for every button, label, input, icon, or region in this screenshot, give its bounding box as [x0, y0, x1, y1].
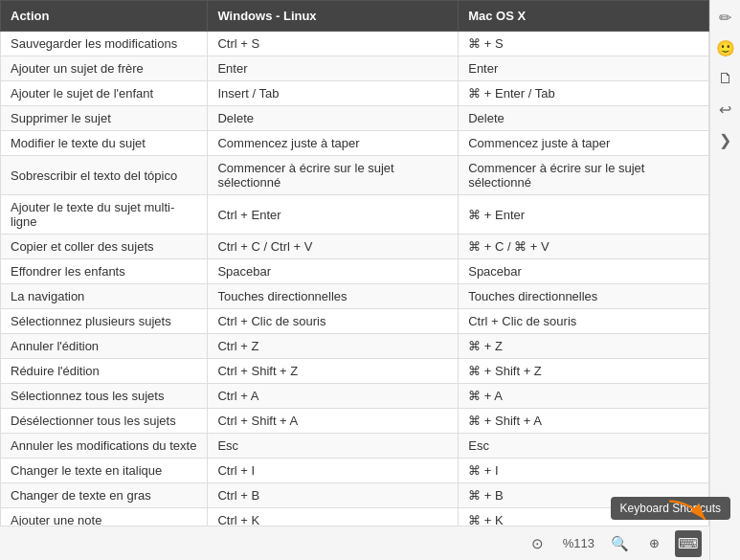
windows-cell: Ctrl + Shift + Z — [208, 359, 459, 384]
mac-cell: Spacebar — [459, 259, 709, 284]
windows-cell: Ctrl + B — [208, 483, 459, 508]
zoom-level: %113 — [559, 536, 598, 550]
action-cell: Sélectionnez tous les sujets — [1, 384, 208, 409]
mac-cell: ⌘ + C / ⌘ + V — [459, 235, 709, 259]
action-cell: Sobrescribir el texto del tópico — [1, 156, 208, 195]
table-row: Ajouter le sujet de l'enfantInsert / Tab… — [1, 81, 709, 106]
table-row: Supprimer le sujetDeleteDelete — [1, 106, 709, 131]
mac-cell: Delete — [459, 106, 709, 131]
mac-cell: Commencez juste à taper — [459, 131, 709, 156]
mac-cell: Enter — [459, 56, 709, 81]
action-cell: Annuler l'édition — [1, 334, 208, 359]
action-cell: Changer de texte en gras — [1, 483, 208, 508]
mac-cell: ⌘ + B — [459, 483, 709, 508]
mac-cell: Touches directionnelles — [459, 284, 709, 309]
bottom-toolbar: ⊙ %113 🔍 ⊕ ⌨ — [0, 526, 709, 560]
windows-cell: Ctrl + A — [208, 384, 459, 409]
mac-cell: ⌘ + Shift + A — [459, 409, 709, 434]
zoom-out-icon[interactable]: 🔍 — [606, 530, 633, 557]
action-cell: Sauvegarder les modifications — [1, 32, 208, 56]
action-cell: Changer le texte en italique — [1, 459, 208, 483]
mac-cell: ⌘ + Z — [459, 334, 709, 359]
table-row: Sélectionnez plusieurs sujetsCtrl + Clic… — [1, 309, 709, 334]
windows-cell: Ctrl + C / Ctrl + V — [208, 235, 459, 259]
mac-cell: ⌘ + Enter — [459, 195, 709, 235]
windows-cell: Esc — [208, 434, 459, 459]
windows-cell: Ctrl + Clic de souris — [208, 309, 459, 334]
shortcuts-table: Action Windows - Linux Mac OS X Sauvegar… — [0, 0, 709, 558]
keyboard-shortcut-button[interactable]: ⌨ — [675, 530, 702, 557]
table-row: Effondrer les enfantsSpacebarSpacebar — [1, 259, 709, 284]
col-windows: Windows - Linux — [208, 1, 459, 32]
table-row: Ajouter le texte du sujet multi-ligneCtr… — [1, 195, 709, 235]
windows-cell: Spacebar — [208, 259, 459, 284]
right-sidebar: ✏ 🙂 🗋 ↩ ❯ — [709, 0, 740, 560]
col-action: Action — [1, 1, 208, 32]
action-cell: Ajouter le sujet de l'enfant — [1, 81, 208, 106]
windows-cell: Ctrl + Enter — [208, 195, 459, 235]
table-row: Sauvegarder les modificationsCtrl + S⌘ +… — [1, 32, 709, 56]
action-cell: Réduire l'édition — [1, 359, 208, 384]
mac-cell: ⌘ + S — [459, 32, 709, 56]
action-cell: Effondrer les enfants — [1, 259, 208, 284]
action-cell: Supprimer le sujet — [1, 106, 208, 131]
table-row: La navigationTouches directionnellesTouc… — [1, 284, 709, 309]
mac-cell: ⌘ + I — [459, 459, 709, 483]
windows-cell: Ctrl + Z — [208, 334, 459, 359]
windows-cell: Ctrl + Shift + A — [208, 409, 459, 434]
mac-cell: Ctrl + Clic de souris — [459, 309, 709, 334]
table-area[interactable]: Action Windows - Linux Mac OS X Sauvegar… — [0, 0, 709, 560]
emoji-icon[interactable]: 🙂 — [712, 34, 739, 61]
chevron-right-icon[interactable]: ❯ — [712, 126, 739, 153]
document-icon[interactable]: 🗋 — [712, 65, 739, 92]
windows-cell: Commencer à écrire sur le sujet sélectio… — [208, 156, 459, 195]
action-cell: Ajouter un sujet de frère — [1, 56, 208, 81]
capture-icon[interactable]: ⊙ — [525, 530, 551, 557]
zoom-in-icon[interactable]: ⊕ — [640, 530, 667, 557]
action-cell: Modifier le texte du sujet — [1, 131, 208, 156]
table-row: Sobrescribir el texto del tópicoCommence… — [1, 156, 709, 195]
table-row: Changer le texte en italiqueCtrl + I⌘ + … — [1, 459, 709, 483]
action-cell: Copier et coller des sujets — [1, 235, 208, 259]
undo-icon[interactable]: ↩ — [712, 96, 739, 123]
windows-cell: Insert / Tab — [208, 81, 459, 106]
windows-cell: Ctrl + I — [208, 459, 459, 483]
windows-cell: Commencez juste à taper — [208, 131, 459, 156]
table-row: Copier et coller des sujetsCtrl + C / Ct… — [1, 235, 709, 259]
windows-cell: Ctrl + S — [208, 32, 459, 56]
table-row: Annuler l'éditionCtrl + Z⌘ + Z — [1, 334, 709, 359]
mac-cell: ⌘ + Enter / Tab — [459, 81, 709, 106]
mac-cell: Commencer à écrire sur le sujet sélectio… — [459, 156, 709, 195]
col-mac: Mac OS X — [459, 1, 709, 32]
mac-cell: ⌘ + A — [459, 384, 709, 409]
table-row: Annuler les modifications du texteEscEsc — [1, 434, 709, 459]
mac-cell: Esc — [459, 434, 709, 459]
action-cell: Désélectionner tous les sujets — [1, 409, 208, 434]
action-cell: Sélectionnez plusieurs sujets — [1, 309, 208, 334]
action-cell: La navigation — [1, 284, 208, 309]
main-container: Action Windows - Linux Mac OS X Sauvegar… — [0, 0, 740, 560]
mac-cell: ⌘ + Shift + Z — [459, 359, 709, 384]
table-row: Désélectionner tous les sujetsCtrl + Shi… — [1, 409, 709, 434]
windows-cell: Delete — [208, 106, 459, 131]
windows-cell: Enter — [208, 56, 459, 81]
table-row: Réduire l'éditionCtrl + Shift + Z⌘ + Shi… — [1, 359, 709, 384]
action-cell: Ajouter le texte du sujet multi-ligne — [1, 195, 208, 235]
table-row: Sélectionnez tous les sujetsCtrl + A⌘ + … — [1, 384, 709, 409]
pencil-icon[interactable]: ✏ — [712, 4, 739, 31]
windows-cell: Touches directionnelles — [208, 284, 459, 309]
table-row: Changer de texte en grasCtrl + B⌘ + B — [1, 483, 709, 508]
action-cell: Annuler les modifications du texte — [1, 434, 208, 459]
table-row: Modifier le texte du sujetCommencez just… — [1, 131, 709, 156]
table-row: Ajouter un sujet de frèreEnterEnter — [1, 56, 709, 81]
